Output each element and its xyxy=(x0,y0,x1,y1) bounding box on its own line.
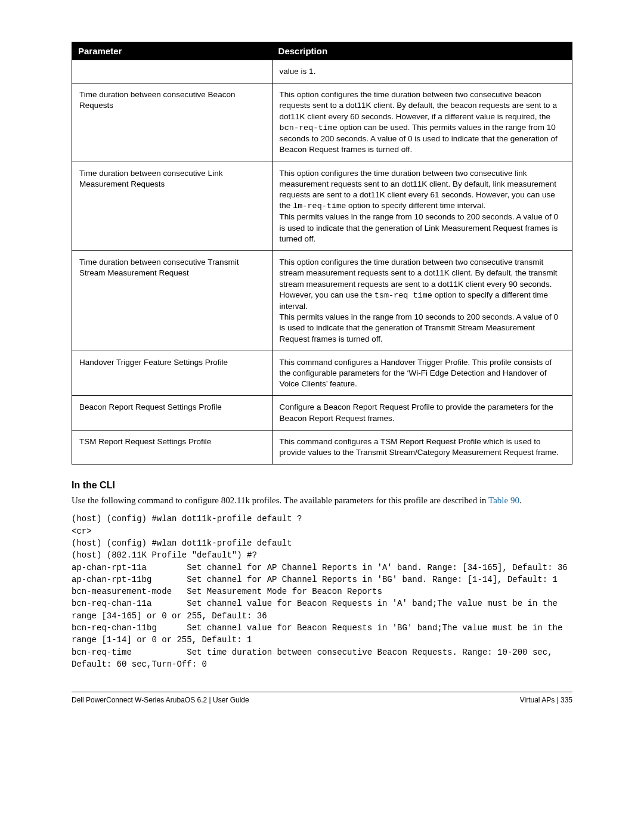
cell-parameter: TSM Report Request Settings Profile xyxy=(72,430,273,464)
footer-left: Dell PowerConnect W-Series ArubaOS 6.2 |… xyxy=(72,696,249,704)
page: Parameter Description value is 1.Time du… xyxy=(0,0,644,722)
cell-description: This option configures the time duration… xyxy=(272,83,572,162)
table-row: TSM Report Request Settings ProfileThis … xyxy=(72,430,572,464)
section-intro: Use the following command to configure 8… xyxy=(72,494,572,507)
cell-description: This command configures a TSM Report Req… xyxy=(272,430,572,464)
cell-parameter: Time duration between consecutive Link M… xyxy=(72,162,273,251)
cell-parameter: Handover Trigger Feature Settings Profil… xyxy=(72,351,273,396)
cell-description: This option configures the time duration… xyxy=(272,162,572,251)
cli-block: (host) (config) #wlan dot11k-profile def… xyxy=(72,513,572,670)
table-row: Handover Trigger Feature Settings Profil… xyxy=(72,351,572,396)
table-header-description: Description xyxy=(272,42,572,60)
footer-right: Virtual APs | 335 xyxy=(520,696,572,704)
cell-parameter: Time duration between consecutive Beacon… xyxy=(72,83,273,162)
cell-parameter xyxy=(72,60,273,83)
table-row: Time duration between consecutive Link M… xyxy=(72,162,572,251)
table-body: value is 1.Time duration between consecu… xyxy=(72,60,572,465)
table-row: Time duration between consecutive Beacon… xyxy=(72,83,572,162)
table-header-parameter: Parameter xyxy=(72,42,273,60)
table-row: value is 1. xyxy=(72,60,572,83)
cell-parameter: Beacon Report Request Settings Profile xyxy=(72,396,273,430)
table-row: Beacon Report Request Settings ProfileCo… xyxy=(72,396,572,430)
parameters-table: Parameter Description value is 1.Time du… xyxy=(72,42,572,465)
cell-description: This option configures the time duration… xyxy=(272,251,572,351)
page-footer: Dell PowerConnect W-Series ArubaOS 6.2 |… xyxy=(72,692,572,704)
section-heading: In the CLI xyxy=(72,480,572,491)
intro-text-prefix: Use the following command to configure 8… xyxy=(72,496,488,505)
table-row: Time duration between consecutive Transm… xyxy=(72,251,572,351)
cell-description: This command configures a Handover Trigg… xyxy=(272,351,572,396)
table-reference-link[interactable]: Table 90 xyxy=(488,496,519,505)
cell-parameter: Time duration between consecutive Transm… xyxy=(72,251,273,351)
cell-description: Configure a Beacon Report Request Profil… xyxy=(272,396,572,430)
cell-description: value is 1. xyxy=(272,60,572,83)
intro-text-suffix: . xyxy=(519,496,522,505)
